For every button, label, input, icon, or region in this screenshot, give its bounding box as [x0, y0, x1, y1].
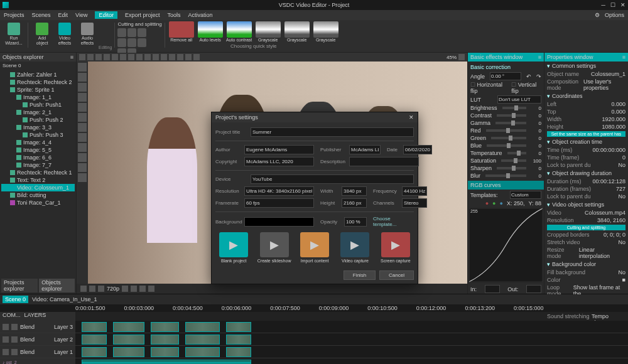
effect-slider[interactable]	[497, 167, 526, 169]
tab-objects-explorer[interactable]: Objects explorer	[39, 279, 75, 292]
resolution-select[interactable]: 720p	[107, 286, 119, 292]
property-row[interactable]: Duration (frames)727	[544, 185, 628, 193]
tree-item[interactable]: Push: Push1	[1, 101, 75, 109]
clip[interactable]	[113, 322, 144, 332]
gear-icon[interactable]: ⚙	[595, 12, 600, 18]
menu-view[interactable]: View	[75, 12, 87, 18]
property-row[interactable]: Width1920.000	[544, 115, 628, 123]
effect-slider[interactable]	[491, 137, 526, 139]
play-icon[interactable]	[89, 286, 95, 292]
clip[interactable]	[82, 347, 107, 357]
tool-button[interactable]	[128, 54, 134, 60]
clip[interactable]	[226, 335, 251, 345]
style-auto-levels[interactable]: Auto levels	[197, 21, 224, 42]
template-option[interactable]: ▶Video capture	[337, 232, 373, 263]
tree-item[interactable]: Image: 4_4	[1, 139, 75, 146]
property-row[interactable]: Resize modeLinear interpolation	[544, 246, 628, 260]
control-button[interactable]	[148, 286, 154, 292]
effect-slider[interactable]	[507, 152, 526, 154]
effect-slider[interactable]	[495, 122, 526, 124]
zoom-value[interactable]: 45%	[447, 55, 457, 60]
rotate-right-icon[interactable]: ↷	[536, 73, 541, 80]
template-option[interactable]: ▶Blank project	[215, 232, 252, 263]
background-color-input[interactable]	[244, 217, 314, 227]
templates-select[interactable]	[510, 191, 541, 199]
frequency-select[interactable]	[402, 186, 427, 196]
tree-item[interactable]: Image: 6_6	[1, 154, 75, 161]
clip[interactable]	[82, 335, 107, 345]
tool-icon[interactable]	[127, 38, 136, 47]
tree-item[interactable]: Sprite: Sprite 1	[1, 86, 75, 94]
next-frame-icon[interactable]	[98, 286, 104, 292]
copyright-input[interactable]	[244, 157, 314, 166]
finish-button[interactable]: Finish	[344, 270, 376, 280]
cutting-splitting-button[interactable]: Cutting and splitting	[547, 225, 625, 230]
tool-button[interactable]	[120, 54, 126, 60]
control-button[interactable]	[131, 286, 137, 292]
panel-menu-icon[interactable]: ≡	[622, 54, 625, 60]
tool-button[interactable]	[95, 54, 102, 60]
property-row[interactable]: Top0.000	[544, 108, 628, 115]
tree-item[interactable]: Zahler: Zahler 1	[1, 71, 75, 78]
timeline-ruler[interactable]: 0:00:01:5000:00:03:0000:00:04:5000:00:06…	[0, 304, 628, 312]
shape-tool-icon[interactable]	[78, 123, 87, 132]
menu-export[interactable]: Export project	[125, 12, 160, 18]
angle-input[interactable]	[490, 72, 521, 80]
tool-icon[interactable]	[117, 38, 126, 47]
property-row[interactable]: Time (ms)00:00:00:000	[544, 146, 628, 154]
menu-edit[interactable]: Edit	[58, 12, 68, 18]
property-row[interactable]: Fill backgroundNo	[544, 269, 628, 276]
vflip-checkbox[interactable]: Vertical flip	[511, 82, 536, 94]
menu-scenes[interactable]: Scenes	[32, 12, 51, 18]
clip[interactable]	[113, 347, 144, 357]
tree-item[interactable]: Image: 3_3	[1, 124, 75, 131]
channels-select[interactable]	[402, 198, 427, 208]
clip[interactable]	[226, 322, 251, 332]
tool-button[interactable]	[185, 54, 192, 60]
property-row[interactable]: Stretch videoNo	[544, 238, 628, 246]
scene-label[interactable]: Scene 0	[0, 62, 76, 70]
minimize-icon[interactable]: ─	[602, 2, 605, 8]
style-auto-contrast[interactable]: Auto contrast	[225, 21, 253, 42]
control-button[interactable]	[122, 286, 128, 292]
clip[interactable]	[82, 322, 107, 332]
property-row[interactable]: Composition modeUse layer's properties	[544, 78, 628, 92]
publisher-input[interactable]	[349, 145, 381, 154]
tool-button[interactable]	[104, 54, 110, 60]
tree-item[interactable]: Image: 7_7	[1, 161, 75, 169]
tool-button[interactable]	[144, 54, 151, 60]
property-row[interactable]: Color■	[544, 276, 628, 284]
eye-icon[interactable]	[3, 349, 9, 355]
audio-effects-button[interactable]: Audioeffects	[76, 21, 99, 46]
tab-projects-explorer[interactable]: Projects explorer	[1, 279, 38, 292]
lock-icon[interactable]	[11, 336, 18, 343]
device-select[interactable]	[251, 174, 414, 184]
close-icon[interactable]: ✕	[620, 2, 625, 8]
template-option[interactable]: ▶Import content	[296, 232, 333, 263]
tool-icon[interactable]	[117, 28, 126, 37]
template-option[interactable]: ▶Screen capture	[377, 232, 414, 263]
hflip-checkbox[interactable]: Horizontal flip	[470, 82, 502, 94]
tree-item[interactable]: Image: 1_1	[1, 94, 75, 101]
panel-menu-icon[interactable]: ≡	[538, 54, 541, 60]
eye-icon[interactable]	[3, 336, 9, 343]
shape-tool-icon[interactable]	[78, 113, 87, 122]
rotate-left-icon[interactable]: ↶	[526, 73, 531, 80]
tree-item[interactable]: Toni Race_Car_1	[1, 199, 75, 206]
shape-tool-icon[interactable]	[78, 153, 87, 162]
opacity-input[interactable]	[344, 217, 367, 227]
clip[interactable]	[185, 335, 220, 345]
shape-tool-icon[interactable]	[78, 133, 87, 142]
date-input[interactable]	[403, 145, 432, 154]
property-row[interactable]: Time (frame)0	[544, 154, 628, 161]
property-row[interactable]: Height1080.000	[544, 123, 628, 131]
shape-tool-icon[interactable]	[78, 93, 87, 102]
shape-tool-icon[interactable]	[78, 173, 87, 182]
menu-tools[interactable]: Tools	[167, 12, 180, 18]
tree-item[interactable]: Image: 5_5	[1, 146, 75, 154]
tool-button[interactable]	[177, 54, 183, 60]
dialog-close-icon[interactable]: ✕	[409, 114, 414, 120]
cancel-button[interactable]: Cancel	[379, 270, 414, 280]
property-row[interactable]: VideoColosseum.mp4	[544, 209, 628, 217]
property-row[interactable]: Cropped borders0; 0; 0; 0	[544, 231, 628, 238]
